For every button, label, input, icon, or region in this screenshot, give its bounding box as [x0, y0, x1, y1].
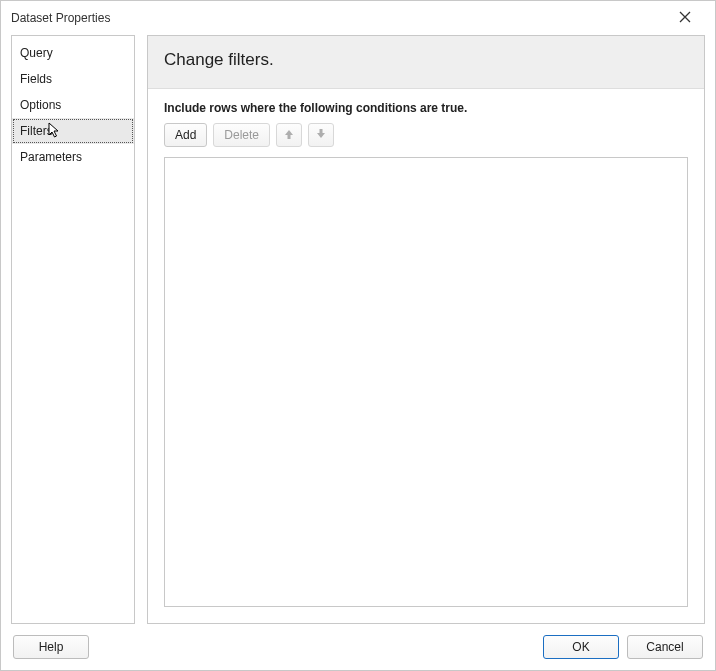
- sidebar-item-label: Options: [20, 98, 61, 112]
- filters-list[interactable]: [164, 157, 688, 607]
- delete-button[interactable]: Delete: [213, 123, 270, 147]
- sidebar-item-fields[interactable]: Fields: [12, 66, 134, 92]
- main-panel: Change filters. Include rows where the f…: [147, 35, 705, 624]
- page-title: Change filters.: [164, 50, 688, 70]
- sidebar: Query Fields Options Filters Parameters: [11, 35, 135, 624]
- move-down-button[interactable]: [308, 123, 334, 147]
- dataset-properties-dialog: Dataset Properties Query Fields Options …: [0, 0, 716, 671]
- main-header: Change filters.: [148, 36, 704, 89]
- main-content: Include rows where the following conditi…: [148, 89, 704, 623]
- sidebar-item-label: Filters: [20, 124, 53, 138]
- add-button-label: Add: [175, 128, 196, 142]
- delete-button-label: Delete: [224, 128, 259, 142]
- sidebar-item-label: Fields: [20, 72, 52, 86]
- ok-button-label: OK: [572, 640, 589, 654]
- sidebar-item-label: Query: [20, 46, 53, 60]
- filter-toolbar: Add Delete: [164, 123, 688, 147]
- add-button[interactable]: Add: [164, 123, 207, 147]
- ok-button[interactable]: OK: [543, 635, 619, 659]
- move-up-button[interactable]: [276, 123, 302, 147]
- help-button[interactable]: Help: [13, 635, 89, 659]
- dialog-footer: Help OK Cancel: [1, 624, 715, 670]
- arrow-down-icon: [315, 128, 327, 143]
- help-button-label: Help: [39, 640, 64, 654]
- sidebar-item-parameters[interactable]: Parameters: [12, 144, 134, 170]
- sidebar-item-label: Parameters: [20, 150, 82, 164]
- close-icon: [679, 10, 691, 26]
- arrow-up-icon: [283, 128, 295, 143]
- sidebar-item-filters[interactable]: Filters: [12, 118, 134, 144]
- cancel-button[interactable]: Cancel: [627, 635, 703, 659]
- window-title: Dataset Properties: [11, 11, 110, 25]
- dialog-body: Query Fields Options Filters Parameters: [1, 35, 715, 624]
- instruction-text: Include rows where the following conditi…: [164, 101, 688, 115]
- cancel-button-label: Cancel: [646, 640, 683, 654]
- titlebar: Dataset Properties: [1, 1, 715, 35]
- sidebar-item-query[interactable]: Query: [12, 40, 134, 66]
- sidebar-item-options[interactable]: Options: [12, 92, 134, 118]
- close-button[interactable]: [665, 3, 705, 33]
